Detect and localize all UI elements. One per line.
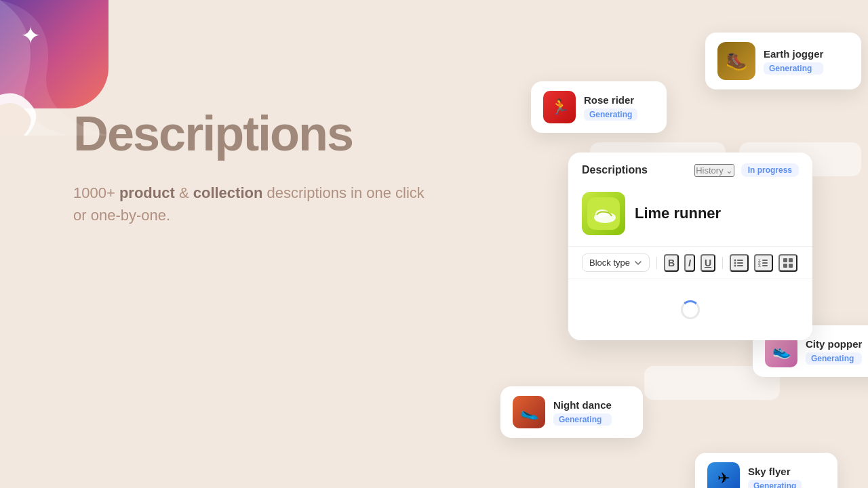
earth-jogger-image: 🥾 (717, 42, 755, 80)
night-dance-info: Night dance Generating (553, 399, 612, 426)
panel-title: Descriptions (582, 164, 648, 176)
night-dance-status: Generating (553, 413, 612, 426)
panel-header: Descriptions History ⌄ In progress (568, 152, 812, 185)
city-popper-info: City popper Generating (806, 338, 862, 365)
lime-runner-image (582, 192, 625, 235)
block-type-select[interactable]: Block type (582, 253, 650, 272)
card-night-dance[interactable]: 🥿 Night dance Generating (500, 386, 643, 438)
svg-rect-15 (783, 258, 787, 262)
rose-rider-image: 🏃 (543, 91, 576, 123)
svg-rect-4 (737, 260, 743, 261)
sky-flyer-image: ✈ (707, 462, 740, 488)
card-sky-flyer[interactable]: ✈ Sky flyer Generating (695, 453, 837, 488)
panel-product: Lime runner (568, 185, 812, 246)
night-dance-image: 🥿 (513, 396, 545, 428)
underline-button[interactable]: U (701, 254, 715, 272)
in-progress-badge: In progress (741, 163, 799, 177)
descriptions-panel: Descriptions History ⌄ In progress (568, 152, 812, 340)
bold-button[interactable]: B (664, 254, 679, 272)
subtext-bold2: collection (193, 184, 263, 201)
svg-rect-6 (737, 262, 743, 264)
card-earth-jogger[interactable]: 🥾 Earth jogger Generating (705, 33, 861, 89)
svg-rect-12 (762, 262, 768, 264)
rose-rider-info: Rose rider Generating (584, 94, 637, 121)
page-subtext: 1000+ product & collection descriptions … (73, 182, 426, 226)
subtext-bold1: product (119, 184, 175, 201)
ordered-list-icon: 1. 2. 3. (758, 258, 769, 268)
earth-jogger-status: Generating (764, 62, 823, 75)
night-dance-name: Night dance (553, 399, 612, 411)
svg-text:3.: 3. (758, 264, 762, 268)
subtext-part1: 1000+ (73, 184, 119, 201)
sky-flyer-info: Sky flyer Generating (748, 466, 802, 489)
sky-flyer-status: Generating (748, 480, 802, 489)
rose-rider-name: Rose rider (584, 94, 637, 106)
subtext-part2: & (175, 184, 193, 201)
list-icon (734, 258, 745, 268)
svg-rect-14 (762, 265, 768, 266)
city-popper-name: City popper (806, 338, 862, 350)
card-rose-rider[interactable]: 🏃 Rose rider Generating (531, 81, 667, 133)
svg-point-5 (734, 262, 736, 264)
sky-flyer-name: Sky flyer (748, 466, 802, 477)
star-icon: ✦ (20, 22, 41, 50)
toolbar-divider-2 (722, 257, 723, 269)
toolbar-divider-1 (656, 257, 657, 269)
city-popper-status: Generating (806, 352, 862, 365)
svg-rect-8 (737, 265, 743, 266)
unordered-list-button[interactable] (730, 254, 749, 272)
svg-rect-18 (789, 264, 793, 268)
svg-point-7 (734, 264, 736, 266)
earth-jogger-name: Earth jogger (764, 48, 823, 60)
product-name: Lime runner (635, 205, 721, 222)
panel-content (568, 279, 812, 340)
ordered-list-button[interactable]: 1. 2. 3. (754, 254, 773, 272)
earth-jogger-info: Earth jogger Generating (764, 48, 823, 75)
svg-rect-17 (783, 264, 787, 268)
svg-point-3 (734, 259, 736, 261)
chevron-down-icon (634, 259, 642, 267)
rose-rider-status: Generating (584, 108, 637, 121)
loading-spinner (681, 300, 700, 319)
panel-toolbar: Block type B I U 1. 2. (568, 246, 812, 279)
history-button[interactable]: History ⌄ (694, 164, 734, 177)
panel-header-right: History ⌄ In progress (694, 163, 799, 177)
grid-button[interactable] (778, 254, 797, 272)
svg-rect-16 (789, 258, 793, 262)
italic-button[interactable]: I (684, 254, 695, 272)
svg-rect-10 (762, 260, 768, 261)
corner-decoration: ✦ (0, 0, 136, 136)
grid-icon (783, 258, 793, 268)
